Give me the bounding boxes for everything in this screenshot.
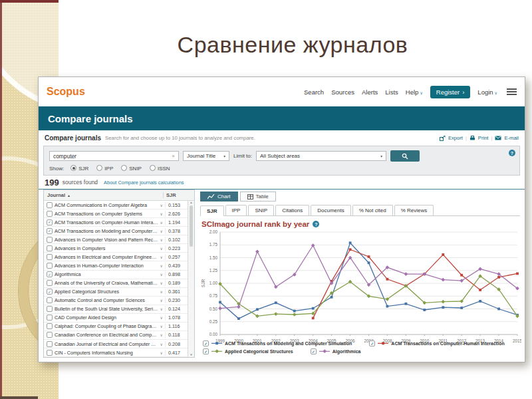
legend-item[interactable]: ✓ACM Transactions on Computer-Human Inte… [369,340,504,346]
table-row[interactable]: Automatic Control and Computer Sciences∨… [44,297,188,305]
chevron-down-icon[interactable]: ∨ [160,246,163,251]
search-button[interactable] [390,150,420,162]
nav-login[interactable]: Login∨ [477,88,497,96]
nav-alerts[interactable]: Alerts [362,88,378,96]
email-link[interactable]: E-mail [504,135,519,141]
table-row[interactable]: Advances in Electrical and Computer Engi… [44,253,188,261]
journal-checkbox[interactable] [47,237,53,243]
scopus-logo[interactable]: Scopus [47,86,85,98]
chevron-down-icon[interactable]: ∨ [160,307,163,311]
table-row[interactable]: CIN - Computers Informatics Nursing∨0.41… [44,348,188,357]
legend-checkbox[interactable]: ✓ [203,348,209,354]
tab-sjr[interactable]: SJR [200,205,224,216]
table-row[interactable]: Advances in Computer Vision and Pattern … [44,235,188,244]
chevron-down-icon[interactable]: ∨ [160,203,163,207]
field-select[interactable]: Journal Title▾ [183,151,229,161]
nav-lists[interactable]: Lists [385,88,398,96]
legend-checkbox[interactable]: ✓ [203,340,209,346]
legend-item[interactable]: ✓ACM Transactions on Modeling and Comput… [203,340,352,346]
metric-radio-issn[interactable]: ISSN [150,165,170,172]
journal-checkbox[interactable] [47,315,53,321]
journal-column-header[interactable]: Journal ▲ [44,192,163,198]
journal-checkbox[interactable] [47,332,53,338]
table-row[interactable]: Annals of the University of Craiova, Mat… [44,279,188,288]
chevron-down-icon[interactable]: ∨ [160,289,163,294]
tab-documents[interactable]: Documents [311,205,350,215]
tab-snip[interactable]: SNIP [248,205,274,215]
tab-ipp[interactable]: IPP [225,205,247,215]
journal-checkbox[interactable]: ✓ [47,271,53,277]
journal-checkbox[interactable] [47,202,53,208]
sjr-column-header[interactable]: SJR [163,192,188,198]
journal-checkbox[interactable] [47,211,53,217]
journal-checkbox[interactable] [47,341,53,347]
scroll-up-icon[interactable]: ▲ [190,201,192,205]
chevron-down-icon[interactable]: ∨ [160,272,163,277]
journal-checkbox[interactable]: ✓ [47,219,53,225]
metric-radio-snip[interactable]: SNIP [121,165,142,172]
export-link[interactable]: Export [448,135,463,141]
journal-checkbox[interactable] [47,306,53,312]
legend-item[interactable]: ✓Algorithmica [311,348,361,354]
journal-checkbox[interactable] [47,254,53,260]
table-row[interactable]: ACM Transactions on Computer Systems∨2.6… [44,209,188,218]
table-row[interactable]: ✓ACM Transactions on Modeling and Comput… [44,227,188,235]
nav-sources[interactable]: Sources [331,88,354,96]
journal-checkbox[interactable]: ✓ [47,228,53,234]
journal-checkbox[interactable] [47,350,53,356]
chart-view-toggle[interactable]: Chart [200,192,238,201]
chevron-down-icon[interactable]: ∨ [160,281,163,285]
chevron-down-icon[interactable]: ∨ [160,220,163,225]
chevron-down-icon[interactable]: ∨ [160,315,163,320]
table-row[interactable]: ✓Algorithmica∨0.898 [44,271,188,279]
table-row[interactable]: Advances in Human-Computer Interaction∨0… [44,261,188,270]
table-view-toggle[interactable]: Table [240,192,276,201]
chevron-down-icon[interactable]: ∨ [160,237,163,242]
chevron-down-icon[interactable]: ∨ [160,350,163,355]
metric-radio-ipp[interactable]: IPP [96,165,113,172]
legend-checkbox[interactable]: ✓ [311,348,317,354]
journal-checkbox[interactable] [47,263,53,269]
chevron-down-icon[interactable]: ∨ [160,324,163,329]
tab--reviews[interactable]: % Reviews [394,205,434,215]
table-row[interactable]: Advances in Computers∨0.223 [44,244,188,253]
table-row[interactable]: Canadian Conference on Electrical and Co… [44,331,188,340]
print-link[interactable]: Print [478,135,489,141]
journal-checkbox[interactable] [47,280,53,286]
help-icon[interactable]: ? [313,221,319,227]
legend-item[interactable]: ✓Applied Categorical Structures [203,348,293,354]
tab-citations[interactable]: Citations [275,205,309,215]
legend-checkbox[interactable]: ✓ [369,340,375,346]
table-row[interactable]: ACM Communications in Computer Algebra∨0… [44,201,188,209]
chevron-down-icon[interactable]: ∨ [160,263,163,268]
register-button[interactable]: Register› [430,86,471,98]
journal-checkbox[interactable] [47,323,53,329]
journal-checkbox[interactable] [47,297,53,303]
journal-checkbox[interactable]: ✓ [47,289,53,295]
chevron-down-icon[interactable]: ∨ [160,332,163,337]
subject-select[interactable]: All Subject areas▾ [256,151,386,161]
calculations-link[interactable]: About Compare journals calculations [104,180,184,186]
list-scrollbar[interactable]: ▲ ▼ [188,201,194,357]
table-row[interactable]: Canadian Journal of Electrical and Compu… [44,340,188,348]
chevron-down-icon[interactable]: ∨ [160,229,163,233]
chevron-down-icon[interactable]: ∨ [160,255,163,259]
scroll-down-icon[interactable]: ▼ [190,353,192,357]
help-icon[interactable]: ? [509,150,515,156]
table-row[interactable]: ✓Applied Categorical Structures∨0.361 [44,288,188,297]
table-row[interactable]: CAD Computer Aided Design∨1.078 [44,314,188,323]
chevron-down-icon[interactable]: ∨ [160,211,163,216]
scrollbar-thumb[interactable] [190,205,193,247]
metric-radio-sjr[interactable]: SJR [70,165,88,172]
nav-search[interactable]: Search [304,88,324,96]
table-row[interactable]: Calphad: Computer Coupling of Phase Diag… [44,323,188,331]
tab--not-cited[interactable]: % Not cited [352,205,393,215]
menu-icon[interactable] [507,88,517,95]
chevron-down-icon[interactable]: ∨ [160,298,163,303]
table-row[interactable]: ✓ACM Transactions on Computer-Human Inte… [44,218,188,227]
journal-checkbox[interactable] [47,245,53,251]
search-input[interactable]: computer × [49,151,179,161]
table-row[interactable]: Bulletin of the South Ural State Univers… [44,305,188,314]
nav-help[interactable]: Help∨ [406,88,423,96]
clear-icon[interactable]: × [172,153,175,159]
